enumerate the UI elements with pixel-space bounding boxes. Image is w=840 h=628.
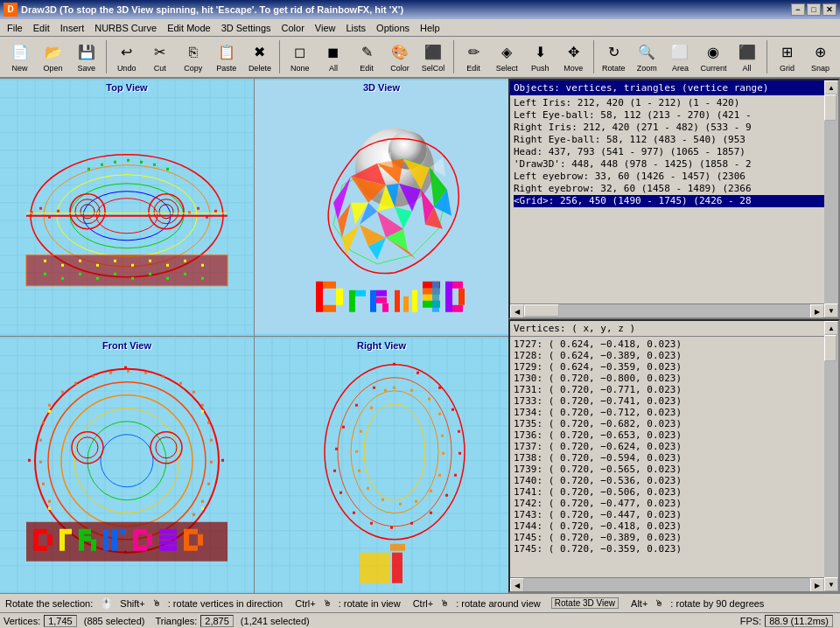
maximize-button[interactable]: □ [807,3,821,16]
svg-rect-78 [184,273,186,276]
toolbar-btn-cut[interactable]: ✂Cut [144,38,176,76]
menu-item-help[interactable]: Help [415,21,445,35]
object-line-1[interactable]: Left Eye-ball: 58, 112 (213 - 270) (421 … [514,109,835,122]
toolbar-btn-push[interactable]: ⬇Push [524,38,556,76]
toolbar-btn-current[interactable]: ◉Current [697,38,730,76]
vertices-vscrollbar[interactable]: ▲ ▼ [824,321,838,591]
vhscroll-left[interactable]: ◀ [510,578,524,592]
svg-rect-174 [48,409,51,412]
scroll-up[interactable]: ▲ [824,80,838,94]
svg-rect-263 [458,451,461,454]
toolbar-btn-paste[interactable]: 📋Paste [210,38,242,76]
menu-item-edit-mode[interactable]: Edit Mode [162,21,216,35]
objects-vscrollbar[interactable]: ▲ ▼ [824,80,838,317]
toolbar-btn-none[interactable]: ◻None [284,38,316,76]
toolbar-btn-all2[interactable]: ⬛All [731,38,763,76]
svg-rect-182 [127,369,130,372]
toolbar-btn-area[interactable]: ⬜Area [664,38,696,76]
select-icon: ◈ [496,42,517,63]
front-view[interactable]: Front View [0,337,254,594]
menu-item-nurbs-curve[interactable]: NURBS Curve [89,21,162,35]
scroll-right[interactable]: ▶ [810,304,824,318]
svg-rect-67 [166,264,169,267]
svg-rect-204 [47,534,52,545]
toolbar-btn-snap[interactable]: ⊕Snap [804,38,836,76]
object-line-4[interactable]: Head: 437, 793 (541 - 977) (1065 - 1857) [514,146,835,158]
right-view[interactable]: Right View [255,337,508,594]
close-button[interactable]: ✕ [822,3,836,16]
hint-bar: Rotate the selection: 🖱️ Shift+ 🖱 : rota… [0,593,840,612]
hscroll-thumb[interactable] [524,304,559,317]
delete-icon: ✖ [249,42,270,63]
vertices-value: 1,745 [48,616,73,626]
vhscroll-right[interactable]: ▶ [810,578,824,592]
menu-item-view[interactable]: View [310,21,341,35]
toolbar-btn-rotate[interactable]: ↻Rotate [598,38,630,76]
svg-rect-206 [65,528,72,534]
minimize-button[interactable]: − [791,3,805,16]
menu-item-options[interactable]: Options [371,21,415,35]
toolbar-btn-copy[interactable]: ⎘Copy [177,38,209,76]
copy-icon: ⎘ [183,42,204,63]
scroll-thumb[interactable] [824,94,836,121]
scroll-left[interactable]: ◀ [510,304,524,318]
vertex-line-7: 1735: ( 0.720, −0.682, 0.023) [514,418,835,429]
menu-item-lists[interactable]: Lists [340,21,371,35]
svg-rect-286 [399,502,402,505]
toolbar-btn-edit2[interactable]: ✏Edit [458,38,490,76]
toolbar-btn-move[interactable]: ✥Move [557,38,590,76]
toolbar-btn-new[interactable]: 📄New [4,38,36,76]
object-line-2[interactable]: Right Iris: 212, 420 (271 - 482) (533 - … [514,122,835,134]
menu-item-insert[interactable]: Insert [55,21,90,35]
vertex-line-16: 1744: ( 0.720, −0.418, 0.023) [514,520,835,532]
selcol-label: SelCol [422,64,445,73]
copy-label: Copy [184,64,202,73]
menu-item-edit[interactable]: Edit [28,21,55,35]
vertex-line-8: 1736: ( 0.720, −0.653, 0.023) [514,429,835,441]
svg-rect-60 [44,260,46,262]
menu-item-file[interactable]: File [2,21,28,35]
svg-rect-62 [79,260,81,262]
objects-hscrollbar[interactable]: ◀ ▶ [510,304,824,317]
scroll-down[interactable]: ▼ [824,304,838,317]
toolbar-btn-open[interactable]: 📂Open [37,38,69,76]
object-line-6[interactable]: Left eyebrow: 33, 60 (1426 - 1457) (2306 [514,171,835,183]
move-label: Move [564,64,583,73]
object-line-0[interactable]: Left Iris: 212, 420 (1 - 212) (1 - 420) [514,97,835,109]
object-line-3[interactable]: Right Eye-ball: 58, 112 (483 - 540) (953 [514,134,835,146]
toolbar-btn-undo[interactable]: ↩Undo [110,38,143,76]
svg-rect-268 [390,526,393,528]
toolbar-btn-edit[interactable]: ✎Edit [350,38,382,76]
toolbar-btn-select[interactable]: ◈Select [491,38,523,76]
svg-rect-193 [192,513,195,515]
vscroll-up[interactable]: ▲ [824,321,838,335]
object-line-8[interactable]: <Grid>: 256, 450 (1490 - 1745) (2426 - 2… [514,195,835,207]
vertices-hscrollbar[interactable]: ◀ ▶ [510,577,824,591]
svg-rect-77 [166,277,169,280]
vertex-line-9: 1737: ( 0.720, −0.624, 0.023) [514,441,835,452]
toolbar-btn-color[interactable]: 🎨Color [384,38,416,76]
object-line-5[interactable]: 'Draw3D': 448, 448 (978 - 1425) (1858 - … [514,158,835,171]
svg-rect-51 [114,161,116,164]
object-line-7[interactable]: Right eyebrow: 32, 60 (1458 - 1489) (236… [514,183,835,195]
toolbar-btn-zoom[interactable]: 🔍Zoom [631,38,663,76]
hint-rotate-around: : rotate around view [456,598,541,609]
3d-view[interactable]: 3D View [255,79,508,336]
menu-item-color[interactable]: Color [276,21,310,35]
toolbar-btn-save[interactable]: 💾Save [70,38,102,76]
svg-rect-266 [430,511,432,513]
toolbar-btn-grid[interactable]: ⊞Grid [771,38,803,76]
hint-rotate-vertices: : rotate vertices in direction [168,598,283,609]
toolbar-btn-all[interactable]: ◼All [317,38,349,76]
menu-item-3d-settings[interactable]: 3D Settings [216,21,276,35]
vscroll-down[interactable]: ▼ [824,577,838,591]
toolbar-btn-selcol[interactable]: ⬛SelCol [417,38,450,76]
svg-rect-61 [61,264,64,267]
svg-rect-64 [114,260,116,262]
top-view[interactable]: Top View [0,79,254,336]
toolbar-btn-delete[interactable]: ✖Delete [243,38,276,76]
open-icon: 📂 [43,42,64,63]
vscroll-thumb[interactable] [824,335,836,361]
svg-rect-200 [26,521,228,561]
svg-rect-281 [441,434,444,436]
